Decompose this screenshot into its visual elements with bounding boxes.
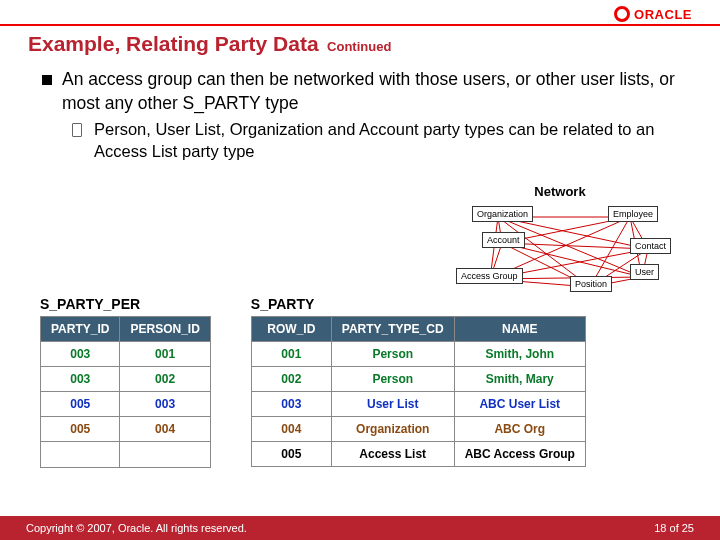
bullet-level1: An access group can then be networked wi… <box>42 68 686 115</box>
table-s-party: ROW_IDPARTY_TYPE_CDNAME 001PersonSmith, … <box>251 316 586 467</box>
table-cell: 002 <box>120 367 210 392</box>
table-cell: 004 <box>120 417 210 442</box>
table-cell: 005 <box>251 442 331 467</box>
table-cell: 004 <box>251 417 331 442</box>
node-organization: Organization <box>472 206 533 222</box>
table-cell: Smith, John <box>454 342 585 367</box>
table-cell: ABC User List <box>454 392 585 417</box>
table-row: 005Access ListABC Access Group <box>251 442 585 467</box>
header-underline <box>0 24 720 26</box>
footer-copyright: Copyright © 2007, Oracle. All rights res… <box>26 522 247 534</box>
table-cell: 005 <box>41 417 120 442</box>
table2-wrapper: S_PARTY ROW_IDPARTY_TYPE_CDNAME 001Perso… <box>251 296 586 468</box>
title-continued: Continued <box>327 39 391 54</box>
table-cell <box>120 442 210 468</box>
tables-area: S_PARTY_PER PARTY_IDPERSON_ID 0030010030… <box>40 296 586 468</box>
hollow-bullet-icon <box>72 123 82 137</box>
table-row: 002PersonSmith, Mary <box>251 367 585 392</box>
table-cell: 003 <box>41 342 120 367</box>
table1-wrapper: S_PARTY_PER PARTY_IDPERSON_ID 0030010030… <box>40 296 211 468</box>
node-account: Account <box>482 232 525 248</box>
table-cell: Access List <box>331 442 454 467</box>
square-bullet-icon <box>42 75 52 85</box>
title-main: Example, Relating Party Data <box>28 32 319 55</box>
table-row: 003User ListABC User List <box>251 392 585 417</box>
oracle-logo: ORACLE <box>614 6 692 22</box>
node-access-group: Access Group <box>456 268 523 284</box>
footer-page: 18 of 25 <box>654 522 694 534</box>
table1-title: S_PARTY_PER <box>40 296 211 312</box>
page-total: 25 <box>682 522 694 534</box>
node-contact: Contact <box>630 238 671 254</box>
table-header: PARTY_TYPE_CD <box>331 317 454 342</box>
bullet-level2: Person, User List, Organization and Acco… <box>72 119 686 162</box>
table-row-empty <box>41 442 211 468</box>
table-s-party-per: PARTY_IDPERSON_ID 0030010030020050030050… <box>40 316 211 468</box>
page-sep: of <box>666 522 681 534</box>
table-row: 003002 <box>41 367 211 392</box>
table-row: 005004 <box>41 417 211 442</box>
node-user: User <box>630 264 659 280</box>
network-title: Network <box>430 184 690 199</box>
table-row: 004OrganizationABC Org <box>251 417 585 442</box>
table-cell: ABC Access Group <box>454 442 585 467</box>
network-diagram: Network Organization Employee A <box>430 184 690 301</box>
table-cell: Person <box>331 342 454 367</box>
table-cell: 003 <box>120 392 210 417</box>
table-cell: 003 <box>251 392 331 417</box>
slide-title: Example, Relating Party Data Continued <box>0 30 720 64</box>
bullet-text: An access group can then be networked wi… <box>62 68 686 115</box>
table-header: PERSON_ID <box>120 317 210 342</box>
table-cell: 001 <box>251 342 331 367</box>
table-header: ROW_ID <box>251 317 331 342</box>
node-position: Position <box>570 276 612 292</box>
content-area: An access group can then be networked wi… <box>0 64 720 162</box>
table-header: NAME <box>454 317 585 342</box>
table-cell: 002 <box>251 367 331 392</box>
node-employee: Employee <box>608 206 658 222</box>
header-bar: ORACLE <box>0 0 720 24</box>
table-cell: Smith, Mary <box>454 367 585 392</box>
page-current: 18 <box>654 522 666 534</box>
table-cell: 003 <box>41 367 120 392</box>
table-row: 003001 <box>41 342 211 367</box>
table2-title: S_PARTY <box>251 296 586 312</box>
table-cell: Organization <box>331 417 454 442</box>
table-cell: User List <box>331 392 454 417</box>
table-header: PARTY_ID <box>41 317 120 342</box>
table-cell <box>41 442 120 468</box>
table-cell: Person <box>331 367 454 392</box>
table-cell: 001 <box>120 342 210 367</box>
sub-bullet-text: Person, User List, Organization and Acco… <box>94 119 686 162</box>
table-cell: 005 <box>41 392 120 417</box>
table-row: 001PersonSmith, John <box>251 342 585 367</box>
footer-bar: Copyright © 2007, Oracle. All rights res… <box>0 516 720 540</box>
table-row: 005003 <box>41 392 211 417</box>
oracle-o-icon <box>614 6 630 22</box>
table-cell: ABC Org <box>454 417 585 442</box>
oracle-logo-text: ORACLE <box>634 7 692 22</box>
